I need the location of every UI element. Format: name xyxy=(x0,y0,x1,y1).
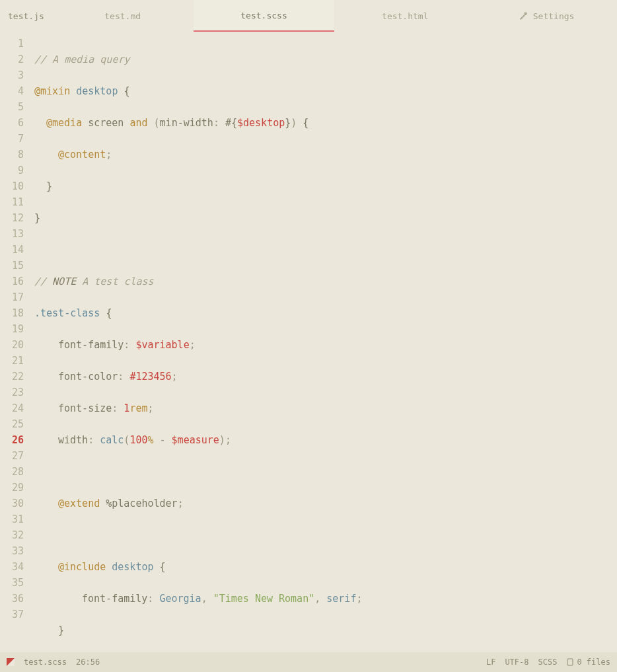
status-git[interactable]: 0 files xyxy=(566,657,610,667)
line-number: 14 xyxy=(0,242,24,258)
tok: @content xyxy=(58,149,106,161)
line-number: 22 xyxy=(0,369,24,385)
tok: , xyxy=(201,593,207,605)
tab-bar: test.js test.md test.scss test.html Sett… xyxy=(0,0,617,32)
status-language[interactable]: SCSS xyxy=(538,657,558,667)
tok: @extend xyxy=(58,498,100,509)
line-number: 33 xyxy=(0,543,24,559)
svg-rect-2 xyxy=(567,659,573,665)
status-cursor-pos[interactable]: 26:56 xyxy=(76,657,100,667)
tab-label: Settings xyxy=(533,11,575,21)
tok: font-color xyxy=(58,371,118,383)
tok: and xyxy=(129,117,147,129)
status-encoding[interactable]: UTF-8 xyxy=(505,657,528,667)
tok: { xyxy=(106,307,112,319)
tok: #123456 xyxy=(129,371,171,383)
tok: $variable xyxy=(135,339,189,351)
line-number: 32 xyxy=(0,527,24,543)
tok: { xyxy=(303,117,308,129)
tok: { xyxy=(124,85,129,97)
tok: } xyxy=(46,180,52,192)
line-number: 36 xyxy=(0,591,24,607)
line-number: 35 xyxy=(0,575,24,591)
tok: font-family xyxy=(82,593,147,605)
tok: ; xyxy=(356,593,362,605)
line-number: 34 xyxy=(0,559,24,575)
status-git-label: 0 files xyxy=(577,657,610,667)
code-area[interactable]: // A media query @mixin desktop { @media… xyxy=(28,32,617,652)
tok: , xyxy=(314,593,320,605)
status-lang-label: SCSS xyxy=(538,657,558,667)
tok: : xyxy=(147,593,153,605)
tok: : xyxy=(213,117,219,129)
tab-test-scss[interactable]: test.scss xyxy=(194,0,335,32)
line-number: 2 xyxy=(0,52,24,67)
tok: @media xyxy=(46,117,82,129)
tok: .test-class xyxy=(34,307,100,319)
tok: : xyxy=(118,371,124,383)
status-file-label: test.scss xyxy=(24,657,67,667)
tok: Georgia xyxy=(159,593,201,605)
tok: A test class xyxy=(76,276,153,287)
line-number: 9 xyxy=(0,163,24,178)
tok: $desktop xyxy=(237,117,285,129)
line-number: 20 xyxy=(0,337,24,353)
line-number: 16 xyxy=(0,274,24,289)
status-pos-label: 26:56 xyxy=(76,657,100,667)
tab-settings[interactable]: Settings xyxy=(476,0,617,32)
tok: %placeholder xyxy=(106,498,177,509)
comment: // A media query xyxy=(34,54,130,65)
tok: : xyxy=(124,339,129,351)
tok: rem xyxy=(129,402,147,414)
line-number: 24 xyxy=(0,400,24,416)
tok: NOTE xyxy=(52,276,76,287)
line-number: 3 xyxy=(0,67,24,83)
line-number: 27 xyxy=(0,448,24,464)
line-number: 30 xyxy=(0,496,24,511)
modified-icon xyxy=(7,658,15,666)
line-number: 4 xyxy=(0,83,24,99)
tok: calc xyxy=(100,434,124,446)
tab-test-html[interactable]: test.html xyxy=(334,0,476,32)
line-number: 11 xyxy=(0,194,24,210)
status-eol-label: LF xyxy=(486,657,495,667)
tok: 100 xyxy=(129,434,147,446)
tok: - xyxy=(160,434,166,446)
tok: ; xyxy=(106,149,112,161)
tok: ) xyxy=(219,434,225,446)
tok: ; xyxy=(225,434,231,446)
tok: // xyxy=(34,276,52,287)
status-file[interactable]: test.scss xyxy=(24,657,67,667)
tok: } xyxy=(58,624,64,636)
line-number: 13 xyxy=(0,226,24,242)
tok: : xyxy=(112,402,118,414)
tok: screen xyxy=(88,117,124,129)
status-bar: test.scss 26:56 LF UTF-8 SCSS 0 files xyxy=(0,652,617,672)
line-number: 25 xyxy=(0,416,24,432)
git-icon xyxy=(566,658,574,666)
status-enc-label: UTF-8 xyxy=(505,657,528,667)
line-number: 17 xyxy=(0,289,24,305)
status-eol[interactable]: LF xyxy=(486,657,495,667)
line-number: 6 xyxy=(0,115,24,131)
tok: width xyxy=(58,434,88,446)
line-number: 37 xyxy=(0,607,24,622)
tok: font-family xyxy=(58,339,124,351)
tok: "Times New Roman" xyxy=(213,593,315,605)
line-number: 19 xyxy=(0,321,24,337)
tok: } xyxy=(285,117,291,129)
tok: ; xyxy=(147,402,153,414)
tok: @include xyxy=(58,561,106,573)
tok: : xyxy=(88,434,94,446)
tok: #{ xyxy=(225,117,237,129)
tab-test-md[interactable]: test.md xyxy=(52,0,194,32)
tok: font-size xyxy=(58,402,112,414)
editor[interactable]: 1234567891011121314151617181920212223242… xyxy=(0,32,617,652)
line-number: 15 xyxy=(0,258,24,274)
line-number: 1 xyxy=(0,36,24,52)
line-number: 12 xyxy=(0,210,24,226)
wrench-icon xyxy=(519,11,528,20)
tab-test-js[interactable]: test.js xyxy=(0,0,52,32)
line-number: 18 xyxy=(0,305,24,321)
tok: @mixin xyxy=(34,85,70,97)
